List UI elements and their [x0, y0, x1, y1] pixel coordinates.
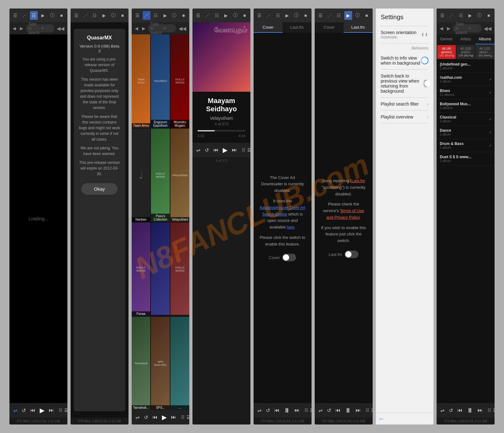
nav-end[interactable]: ◀◀ — [55, 25, 66, 32]
shuffle-btn-4[interactable]: ⇌ — [195, 147, 202, 154]
playlist-btn-3[interactable]: ☷ — [181, 415, 185, 419]
toolbar-info3-icon[interactable]: ⓘ — [170, 11, 178, 20]
toolbar-play-icon[interactable]: ▶ — [39, 11, 47, 20]
lib-item-duet[interactable]: Duet S $ S www... 1 album — [437, 152, 495, 165]
pause-btn-5[interactable]: ⏸ — [283, 406, 291, 415]
toolbar-grid3-icon[interactable]: ⋰ — [143, 11, 151, 20]
lib-item-dance[interactable]: Dance 1 album ✓ — [437, 126, 495, 139]
toolbar-info-icon[interactable]: ⓘ — [48, 11, 56, 20]
next-btn-3[interactable]: ⏭ — [170, 414, 177, 421]
progress-bar[interactable] — [198, 130, 245, 131]
toolbar-list5-icon[interactable]: ☷ — [274, 11, 282, 20]
settings-info-bg[interactable]: Switch to info view when in background — [376, 52, 434, 69]
grid-item-3[interactable]: ♩ Nanban — [132, 129, 151, 222]
toolbar-grid8-icon[interactable]: ⋰ — [448, 11, 456, 20]
nav-end-8[interactable]: ◀◀ — [483, 25, 493, 32]
grid-item-10[interactable]: SPSDuet Hits SPS... — [151, 317, 170, 410]
lib-item-undef-genre[interactable]: (Undefined gen... 1 albums — [437, 60, 495, 73]
play-btn-4[interactable]: ▶ — [221, 146, 229, 154]
tab-cover-6[interactable]: Cover — [315, 22, 344, 33]
toolbar-bars8-icon[interactable]: ☰ — [438, 11, 446, 20]
settings-playlist-overview[interactable]: Playlist overview › — [376, 111, 434, 123]
repeat-btn-6[interactable]: ↺ — [326, 407, 332, 414]
here-link[interactable]: here — [287, 225, 295, 229]
toolbar-info2-icon[interactable]: ⓘ — [109, 11, 117, 20]
toolbar-list4-icon[interactable]: ☷ — [213, 11, 221, 20]
shuffle-btn-6[interactable]: ⇌ — [317, 407, 324, 414]
grid-item-4[interactable]: KOLLYWOOD Pasu's Collection — [151, 129, 170, 222]
toolbar-more2-icon[interactable]: ■ — [118, 11, 126, 20]
menu-btn-5[interactable]: ☰ — [310, 408, 312, 413]
prev-btn[interactable]: ⏮ — [29, 407, 37, 414]
search-box-3[interactable]: Type to search ✕ — [148, 24, 176, 32]
toolbar-grid5-icon[interactable]: ⋰ — [265, 11, 272, 20]
nav-back-3[interactable]: ◀ — [134, 25, 140, 32]
search-box-8[interactable]: Type to search ✕ — [453, 24, 481, 32]
filter-all-artists[interactable]: All (108 artists) 139 albums ✓ — [456, 45, 475, 59]
toolbar-more3-icon[interactable]: ■ — [180, 11, 187, 20]
play-btn[interactable]: ▶ — [38, 406, 46, 415]
toolbar-bars3-icon[interactable]: ☰ — [134, 11, 141, 20]
toolbar-bars4-icon[interactable]: ☰ — [194, 11, 202, 20]
playlist-btn-6[interactable]: ☷ — [366, 408, 369, 413]
next-btn-5[interactable]: ⏭ — [293, 407, 301, 414]
tab-lastfm[interactable]: Last.fm — [283, 22, 312, 33]
lib-tab-genres[interactable]: Genres — [437, 34, 456, 44]
next-btn-8[interactable]: ⏭ — [476, 407, 484, 414]
toolbar-play5-icon[interactable]: ▶ — [283, 11, 291, 20]
toolbar-bars5-icon[interactable]: ☰ — [255, 11, 263, 20]
okay-button[interactable]: Okay — [81, 183, 117, 195]
lastfm-link[interactable]: Last.fm — [352, 178, 365, 183]
grid-item-8[interactable]: KOLLYWOOD — [170, 222, 189, 316]
lib-item-classical[interactable]: Classical 1 album ✓ — [437, 113, 495, 126]
toolbar-list3-icon[interactable]: ☷ — [152, 11, 160, 20]
repeat-btn-4[interactable]: ↺ — [203, 147, 210, 154]
nav-end-3[interactable]: ◀◀ — [177, 25, 187, 32]
toolbar-more6-icon[interactable]: ■ — [363, 11, 370, 20]
settings-orientation[interactable]: Screen orientation Automatic ⬆⬇ — [376, 26, 434, 43]
playlist-btn-4[interactable]: ☷ — [242, 148, 245, 152]
toolbar-bars6-icon[interactable]: ☰ — [317, 11, 324, 20]
grid-item-6[interactable]: KOLLYWOOD Fanaa — [132, 222, 151, 316]
toolbar-play6-icon[interactable]: ▶ — [344, 11, 352, 20]
info-bg-toggle[interactable] — [421, 57, 428, 64]
toolbar-grid-icon[interactable]: ⋰ — [20, 11, 28, 20]
playlist-overview-arrow[interactable]: › — [427, 114, 429, 119]
toolbar-grid2-icon[interactable]: ⋰ — [82, 11, 89, 20]
grid-item-1[interactable]: TamilWire Engeyum Eppothum — [151, 34, 170, 128]
playlist-btn-5[interactable]: ☷ — [305, 408, 308, 413]
grid-item-2[interactable]: KOLLYWOOD Moondru Mugam — [170, 34, 189, 128]
menu-btn-8[interactable]: ☰ — [493, 408, 495, 413]
pause-btn-8[interactable]: ⏸ — [466, 406, 474, 415]
toolbar-list8-icon[interactable]: ☷ — [457, 11, 465, 20]
pause-btn-6[interactable]: ⏸ — [344, 406, 352, 415]
repeat-btn-3[interactable]: ↺ — [143, 414, 149, 421]
filter-all-albums[interactable]: All (102 album... 341 items ✓ — [475, 45, 494, 59]
toolbar-more-icon[interactable]: ■ — [57, 11, 65, 20]
playlist-filter-arrow[interactable]: › — [427, 101, 429, 107]
search-box[interactable]: Type to search ✕ — [26, 24, 54, 32]
grid-item-0[interactable]: 7aamArivu 7aam Arivu — [132, 34, 151, 128]
terms-link[interactable]: Terms of Use and Privacy Policy — [326, 208, 364, 220]
shuffle-btn-8[interactable]: ⇌ — [439, 407, 446, 414]
shuffle-btn[interactable]: ⇌ — [12, 407, 19, 414]
menu-btn-6[interactable]: ☰ — [371, 408, 373, 413]
next-btn-4[interactable]: ⏭ — [231, 147, 238, 153]
menu-btn-4[interactable]: ☰ — [247, 147, 250, 153]
lib-item-drum-bass[interactable]: Drum & Bass 1 album ✓ — [437, 139, 495, 152]
cover-link[interactable]: Katastrophos.net Cover Art Search Engine — [260, 205, 305, 216]
menu-btn-3[interactable]: ☰ — [186, 415, 190, 420]
return-bg-toggle[interactable] — [424, 80, 429, 87]
prev-btn-5[interactable]: ⏮ — [273, 407, 281, 414]
grid-item-11[interactable]: ... — [170, 317, 189, 410]
lib-tab-albums[interactable]: Albums — [475, 34, 495, 44]
tab-cover[interactable]: Cover — [254, 22, 283, 33]
lib-tab-artists[interactable]: Artists — [456, 34, 475, 44]
lib-item-blues[interactable]: Blues 11 albums ✓ — [437, 86, 495, 99]
toolbar-play3-icon[interactable]: ▶ — [161, 11, 169, 20]
repeat-btn[interactable]: ↺ — [20, 407, 27, 414]
playlist-btn-8[interactable]: ☷ — [488, 408, 491, 413]
search-clear-8[interactable]: ✕ — [468, 26, 479, 31]
search-clear-3[interactable]: ✕ — [163, 26, 174, 31]
playlist-btn[interactable]: ☷ — [59, 408, 62, 413]
